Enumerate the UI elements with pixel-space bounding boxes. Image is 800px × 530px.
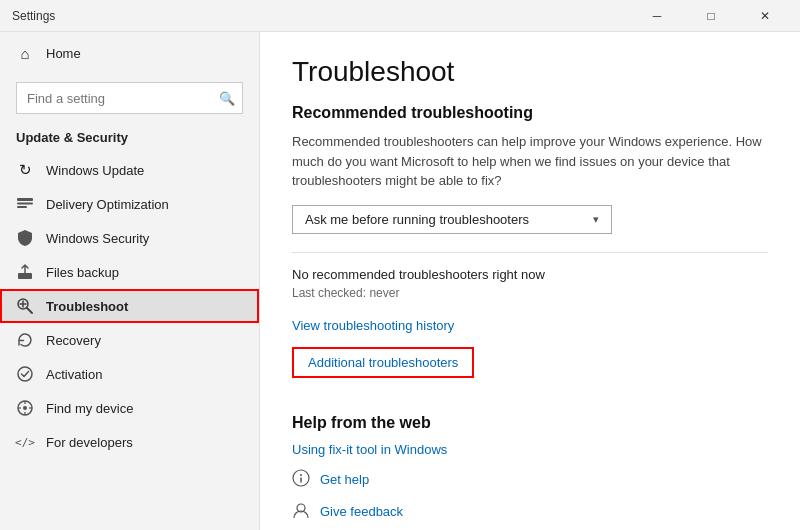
- additional-troubleshooters-button[interactable]: Additional troubleshooters: [292, 347, 474, 378]
- sidebar-item-windows-security[interactable]: Windows Security: [0, 221, 259, 255]
- title-bar: Settings ─ □ ✕: [0, 0, 800, 32]
- sidebar-item-find-my-device[interactable]: Find my device: [0, 391, 259, 425]
- close-button[interactable]: ✕: [742, 1, 788, 31]
- sidebar-item-troubleshoot[interactable]: Troubleshoot: [0, 289, 259, 323]
- sidebar-item-home-label: Home: [46, 46, 81, 61]
- give-feedback-item[interactable]: Give feedback: [292, 501, 768, 523]
- sidebar: ⌂ Home 🔍 Update & Security ↻ Windows Upd…: [0, 32, 260, 530]
- sidebar-item-windows-update-label: Windows Update: [46, 163, 144, 178]
- sidebar-item-recovery-label: Recovery: [46, 333, 101, 348]
- svg-rect-0: [17, 198, 33, 201]
- sidebar-item-activation-label: Activation: [46, 367, 102, 382]
- svg-rect-3: [18, 273, 32, 279]
- svg-point-10: [23, 406, 27, 410]
- app-body: ⌂ Home 🔍 Update & Security ↻ Windows Upd…: [0, 32, 800, 530]
- recommended-section-title: Recommended troubleshooting: [292, 104, 768, 122]
- sidebar-item-delivery-optimization[interactable]: Delivery Optimization: [0, 187, 259, 221]
- svg-point-8: [18, 367, 32, 381]
- fix-it-tool-link[interactable]: Using fix-it tool in Windows: [292, 442, 768, 457]
- windows-security-icon: [16, 229, 34, 247]
- get-help-item[interactable]: Get help: [292, 469, 768, 491]
- for-developers-icon: </>: [16, 433, 34, 451]
- sidebar-item-delivery-optimization-label: Delivery Optimization: [46, 197, 169, 212]
- sidebar-search: 🔍: [16, 82, 243, 114]
- minimize-button[interactable]: ─: [634, 1, 680, 31]
- sidebar-item-find-my-device-label: Find my device: [46, 401, 133, 416]
- sidebar-item-files-backup-label: Files backup: [46, 265, 119, 280]
- view-history-link[interactable]: View troubleshooting history: [292, 318, 454, 333]
- give-feedback-text: Give feedback: [320, 504, 403, 519]
- help-section-title: Help from the web: [292, 414, 768, 432]
- activation-icon: [16, 365, 34, 383]
- give-feedback-icon: [292, 501, 310, 523]
- sidebar-item-troubleshoot-label: Troubleshoot: [46, 299, 128, 314]
- sidebar-item-windows-update[interactable]: ↻ Windows Update: [0, 153, 259, 187]
- sidebar-item-recovery[interactable]: Recovery: [0, 323, 259, 357]
- get-help-text: Get help: [320, 472, 369, 487]
- sidebar-item-home[interactable]: ⌂ Home: [0, 36, 259, 70]
- svg-point-16: [300, 474, 302, 476]
- sidebar-item-windows-security-label: Windows Security: [46, 231, 149, 246]
- dropdown-value: Ask me before running troubleshooters: [305, 212, 529, 227]
- troubleshoot-dropdown[interactable]: Ask me before running troubleshooters ▾: [292, 205, 612, 234]
- svg-rect-2: [17, 206, 27, 208]
- main-content: Troubleshoot Recommended troubleshooting…: [260, 32, 800, 530]
- get-help-icon: [292, 469, 310, 491]
- sidebar-item-files-backup[interactable]: Files backup: [0, 255, 259, 289]
- title-bar-controls: ─ □ ✕: [634, 1, 788, 31]
- no-troubleshooters-text: No recommended troubleshooters right now: [292, 267, 768, 282]
- last-checked-text: Last checked: never: [292, 286, 768, 300]
- home-icon: ⌂: [16, 44, 34, 62]
- chevron-down-icon: ▾: [593, 213, 599, 226]
- search-icon: 🔍: [219, 91, 235, 106]
- divider-1: [292, 252, 768, 253]
- sidebar-item-for-developers-label: For developers: [46, 435, 133, 450]
- sidebar-item-for-developers[interactable]: </> For developers: [0, 425, 259, 459]
- svg-line-5: [27, 308, 32, 313]
- svg-rect-1: [17, 203, 33, 205]
- sidebar-item-activation[interactable]: Activation: [0, 357, 259, 391]
- sidebar-section-title: Update & Security: [0, 122, 259, 153]
- delivery-optimization-icon: [16, 195, 34, 213]
- recovery-icon: [16, 331, 34, 349]
- page-title: Troubleshoot: [292, 56, 768, 88]
- find-my-device-icon: [16, 399, 34, 417]
- recommended-section-desc: Recommended troubleshooters can help imp…: [292, 132, 768, 191]
- files-backup-icon: [16, 263, 34, 281]
- windows-update-icon: ↻: [16, 161, 34, 179]
- title-bar-text: Settings: [12, 9, 634, 23]
- troubleshoot-icon: [16, 297, 34, 315]
- search-input[interactable]: [16, 82, 243, 114]
- maximize-button[interactable]: □: [688, 1, 734, 31]
